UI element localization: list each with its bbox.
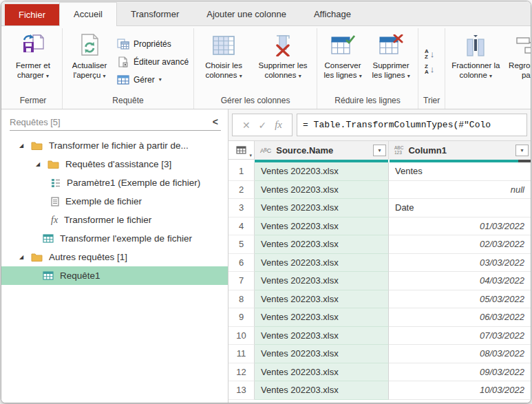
tab-fichier[interactable]: Fichier (5, 4, 59, 25)
cell-source-name[interactable]: Ventes 202203.xlsx (255, 363, 389, 382)
filter-dropdown-button[interactable]: ▾ (515, 145, 529, 156)
row-number[interactable]: 5 (228, 235, 255, 254)
split-column-label: Fractionner la colonne (451, 61, 500, 79)
cell-column1[interactable]: 09/03/2022 (389, 363, 531, 382)
choose-columns-button[interactable]: Choisir les colonnes ▾ (196, 28, 251, 95)
cell-source-name[interactable]: Ventes 202203.xlsx (255, 254, 389, 273)
cell-column1[interactable]: Ventes (389, 162, 531, 181)
expand-triangle-icon[interactable]: ◢ (36, 161, 43, 167)
advanced-editor-icon (117, 56, 129, 67)
cell-column1[interactable]: 05/03/2022 (389, 290, 531, 309)
row-number[interactable]: 8 (228, 290, 255, 309)
column-header-column1[interactable]: ABC 123 Column1 ▾ (389, 141, 531, 160)
refresh-preview-button[interactable]: Actualiser l'aperçu ▾ (65, 28, 114, 95)
cell-source-name[interactable]: Ventes 202203.xlsx (255, 272, 389, 290)
keep-rows-icon (330, 32, 355, 59)
sort-ascending-button[interactable]: AZ ↓ (425, 49, 434, 60)
table-row: 2 Ventes 202203.xlsx null (228, 181, 531, 200)
tree-item-transformer-le-fichier-a-partir-de[interactable]: ◢ Transformer le fichier à partir de... (1, 136, 228, 155)
cancel-icon[interactable]: ✕ (242, 120, 251, 131)
formula-input[interactable]: = Table.TransformColumnTypes(#"Colo (297, 114, 527, 136)
row-number[interactable]: 10 (228, 327, 255, 345)
grid-header-row: ▾ AᴮC Source.Name ▾ ABC 123 Column1 ▾ (228, 141, 531, 160)
cell-column1[interactable]: 08/03/2022 (389, 345, 531, 363)
cell-column1[interactable]: null (389, 181, 531, 200)
tree-item-requetes-assistance[interactable]: ◢ Requêtes d'assistance [3] (1, 155, 228, 173)
tree-item-exemple-de-fichier[interactable]: Exemple de fichier (1, 192, 228, 211)
cell-source-name[interactable]: Ventes 202203.xlsx (255, 162, 389, 181)
function-fx-icon: fx (51, 215, 58, 226)
filter-dropdown-button[interactable]: ▾ (373, 145, 386, 156)
cell-column1[interactable]: 10/03/2022 (389, 381, 531, 400)
manage-label: Gérer (134, 75, 155, 85)
table-corner-icon (236, 146, 246, 154)
advanced-editor-button[interactable]: Éditeur avancé (117, 54, 189, 70)
table-row: 10 Ventes 202203.xlsx 07/03/2022 (228, 327, 531, 345)
column-header-source-name[interactable]: AᴮC Source.Name ▾ (255, 141, 389, 160)
cell-column1[interactable]: 02/03/2022 (389, 235, 531, 254)
cell-source-name[interactable]: Ventes 202203.xlsx (255, 381, 389, 400)
keep-rows-button[interactable]: Conserver les lignes ▾ (319, 28, 366, 95)
row-number[interactable]: 9 (228, 308, 255, 327)
expand-triangle-icon[interactable]: ◢ (19, 142, 26, 149)
group-by-button[interactable]: Regrouper par (504, 28, 531, 105)
cell-source-name[interactable]: Ventes 202203.xlsx (255, 327, 389, 345)
folder-icon (31, 253, 43, 262)
row-number[interactable]: 7 (228, 272, 255, 290)
close-and-load-label: Fermer et charger (16, 61, 50, 79)
cell-source-name[interactable]: Ventes 202203.xlsx (255, 345, 389, 363)
split-column-button[interactable]: Fractionner la colonne ▾ (447, 28, 504, 105)
tab-accueil[interactable]: Accueil (59, 2, 117, 26)
parameter-icon (51, 178, 61, 188)
collapse-pane-icon[interactable]: < (210, 116, 221, 127)
ribbon-group-trier: AZ ↓ ZA ↓ Trier (418, 28, 445, 109)
tab-transformer[interactable]: Transformer (117, 3, 193, 25)
close-and-load-icon (21, 32, 45, 59)
remove-rows-button[interactable]: Supprimer les lignes ▾ (366, 28, 416, 95)
cell-column1[interactable]: 01/03/2022 (389, 217, 531, 236)
column-name: Source.Name (276, 145, 373, 156)
row-number[interactable]: 2 (228, 181, 255, 200)
properties-button[interactable]: Propriétés (117, 36, 189, 52)
cell-column1[interactable]: 03/03/2022 (389, 254, 531, 273)
manage-button[interactable]: Gérer ▾ (117, 72, 189, 87)
close-and-load-button[interactable]: Fermer et charger ▾ (6, 28, 60, 95)
row-number[interactable]: 11 (228, 345, 255, 363)
cell-source-name[interactable]: Ventes 202203.xlsx (255, 308, 389, 327)
cell-source-name[interactable]: Ventes 202203.xlsx (255, 199, 389, 217)
tree-item-requete1[interactable]: Requête1 (1, 266, 228, 285)
formula-actions: ✕ ✓ fx (232, 114, 292, 136)
tab-ajouter-une-colonne[interactable]: Ajouter une colonne (193, 3, 300, 25)
cell-source-name[interactable]: Ventes 202203.xlsx (255, 217, 389, 236)
cell-source-name[interactable]: Ventes 202203.xlsx (255, 181, 389, 200)
remove-columns-button[interactable]: Supprimer les colonnes ▾ (251, 28, 315, 95)
tree-item-transformer-exemple-de-fichier[interactable]: Transformer l'exemple de fichier (1, 229, 228, 248)
row-number[interactable]: 3 (228, 199, 255, 217)
row-number[interactable]: 4 (228, 217, 255, 236)
cell-source-name[interactable]: Ventes 202203.xlsx (255, 235, 389, 254)
table-row: 4 Ventes 202203.xlsx 01/03/2022 (228, 217, 531, 236)
tree-item-autres-requetes[interactable]: ◢ Autres requêtes [1] (1, 248, 228, 266)
properties-label: Propriétés (134, 39, 171, 49)
tree-item-label: Transformer le fichier (64, 215, 151, 225)
tree-item-parametre1[interactable]: Paramètre1 (Exemple de fichier) (1, 173, 228, 192)
cell-column1[interactable]: Date (389, 199, 531, 217)
select-all-corner-cell[interactable]: ▾ (228, 141, 255, 160)
table-row: 7 Ventes 202203.xlsx 04/03/2022 (228, 272, 531, 290)
check-icon[interactable]: ✓ (259, 120, 267, 131)
cell-column1[interactable]: 07/03/2022 (389, 327, 531, 345)
cell-column1[interactable]: 06/03/2022 (389, 308, 531, 327)
row-number[interactable]: 13 (228, 381, 255, 400)
ribbon-group-reduire-les-lignes: Conserver les lignes ▾ Supprimer les lig… (317, 28, 418, 109)
sort-descending-button[interactable]: ZA ↓ (425, 64, 434, 75)
row-number[interactable]: 12 (228, 363, 255, 382)
row-number[interactable]: 6 (228, 254, 255, 273)
cell-column1[interactable]: 04/03/2022 (389, 272, 531, 290)
tab-affichage[interactable]: Affichage (300, 3, 365, 25)
tree-item-label: Autres requêtes [1] (49, 252, 127, 262)
row-number[interactable]: 1 (228, 162, 255, 181)
tree-item-transformer-le-fichier[interactable]: fx Transformer le fichier (1, 211, 228, 229)
cell-source-name[interactable]: Ventes 202203.xlsx (255, 290, 389, 309)
table-row: 1 Ventes 202203.xlsx Ventes (228, 162, 531, 181)
expand-triangle-icon[interactable]: ◢ (19, 254, 26, 260)
